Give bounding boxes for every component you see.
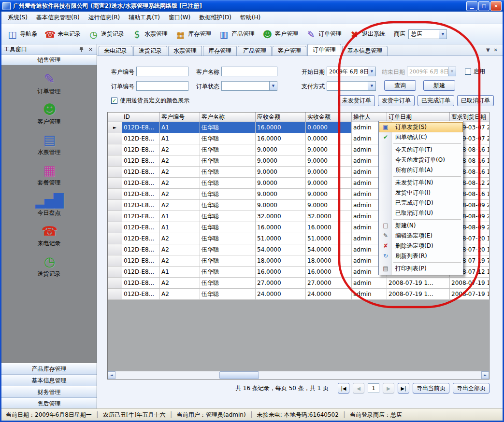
tab[interactable]: 基本信息管理: [342, 46, 388, 56]
end-date-picker[interactable]: 2009年 6月 8日▼: [407, 67, 456, 76]
menu-item[interactable]: 窗口(W): [164, 12, 195, 24]
order-status-filter-button[interactable]: 已取消订单: [457, 95, 494, 106]
context-menu-item[interactable]: 今天的发货订单(O): [379, 155, 463, 165]
table-row[interactable]: 012D-E8... A2 伍华聪 27.0000 27.0000 admin …: [108, 278, 489, 289]
pay-method-select[interactable]: ▼: [327, 81, 376, 91]
order-status-select[interactable]: ▼: [221, 81, 277, 91]
column-header[interactable]: 客户名称: [200, 113, 256, 122]
chevron-down-icon[interactable]: ▼: [439, 30, 446, 39]
context-menu-item[interactable]: 未发货订单(N): [379, 178, 463, 188]
tab-close-icon[interactable]: ✕: [494, 47, 498, 53]
sidebar-item[interactable]: ✎ 订单管理: [1, 71, 97, 96]
enable-end-date-checkbox[interactable]: 启用: [465, 68, 485, 75]
context-menu-item[interactable]: □ 新建(N): [379, 221, 463, 231]
last-page-button[interactable]: ▶|: [398, 383, 409, 394]
sidebar-group-bar[interactable]: 售后管理: [1, 398, 97, 409]
tab[interactable]: 水票管理: [168, 46, 202, 56]
order-status-filter-button[interactable]: 未发货订单: [338, 95, 375, 106]
export-all-pages-button[interactable]: 导出全部页: [453, 383, 490, 394]
next-page-button[interactable]: ▶: [383, 383, 394, 394]
sidebar-group-bar[interactable]: 基本信息管理: [1, 375, 97, 386]
sidebar-item[interactable]: ▂▅█ 今日盘点: [1, 193, 97, 217]
checkbox-box[interactable]: ✓: [111, 98, 117, 104]
checkbox-box[interactable]: [465, 69, 471, 75]
store-select[interactable]: 总店 ▼: [408, 29, 447, 39]
sidebar-group-bar[interactable]: 产品库存管理: [1, 363, 97, 375]
chevron-down-icon[interactable]: ▼: [368, 82, 375, 90]
sidebar-item[interactable]: ▦ 套餐管理: [1, 162, 97, 187]
context-menu-item[interactable]: ✔ 回单确认(C): [379, 132, 463, 142]
column-header[interactable]: 应收金额: [256, 113, 306, 122]
sidebar-section-header[interactable]: 销售管理: [1, 55, 97, 65]
tab[interactable]: 库存管理: [203, 46, 237, 56]
chevron-down-icon[interactable]: ▼: [368, 67, 375, 76]
scrollbar-track[interactable]: [115, 371, 481, 379]
start-date-picker[interactable]: 2009年 6月 8日▼: [327, 67, 376, 76]
menu-item[interactable]: 辅助工具(T): [124, 12, 164, 24]
sidebar-item[interactable]: ☻ 客户管理: [1, 101, 97, 126]
horizontal-scrollbar[interactable]: ◄ ►: [108, 371, 489, 379]
first-page-button[interactable]: |◀: [338, 383, 349, 394]
tab-list-dropdown-icon[interactable]: ▼: [486, 47, 490, 53]
sidebar-item[interactable]: ▤ 水票管理: [1, 132, 97, 156]
context-menu-item[interactable]: 所有的订单(A): [379, 165, 463, 175]
scrollbar-thumb[interactable]: [219, 371, 259, 379]
context-menu-item[interactable]: ▣ 订单发货(S): [379, 122, 463, 132]
minimize-button[interactable]: ▁: [466, 1, 477, 11]
sidebar-item[interactable]: ◷ 送货记录: [1, 253, 97, 278]
context-menu-item[interactable]: ▤ 打印列表(P): [379, 264, 463, 274]
close-button[interactable]: ✕: [490, 1, 502, 11]
new-button[interactable]: 新建: [423, 80, 455, 91]
chevron-down-icon[interactable]: ▼: [448, 67, 456, 76]
context-menu-item[interactable]: ✘ 删除选定项(D): [379, 241, 463, 251]
toolbar-button[interactable]: ◫◫ 导航条: [3, 27, 40, 42]
customer-name-input[interactable]: [221, 67, 277, 76]
toolbar-button[interactable]: ✎✎ 订单管理: [302, 27, 345, 42]
query-button[interactable]: 查询: [384, 80, 416, 91]
sidebar-group-bar[interactable]: 财务管理: [1, 386, 97, 398]
menu-item[interactable]: 基本信息管理(B): [32, 12, 84, 24]
pin-icon[interactable]: [78, 47, 85, 53]
menu-item[interactable]: 帮助(H): [236, 12, 265, 24]
menu-item[interactable]: 数据维护(D): [195, 12, 236, 24]
toolbar-button[interactable]: $$ 水票管理: [128, 27, 171, 42]
context-menu-item[interactable]: ✎ 编辑选定项(E): [379, 231, 463, 241]
order-status-filter-button[interactable]: 已完成订单: [418, 95, 454, 106]
scroll-right-icon[interactable]: ►: [481, 371, 489, 379]
tab[interactable]: 产品管理: [238, 46, 272, 56]
order-status-filter-button[interactable]: 发货中订单: [378, 95, 415, 106]
toolbar-button[interactable]: ▥▥ 产品管理: [215, 27, 258, 42]
sidebar-item[interactable]: ☎ 来电记录: [1, 223, 97, 248]
toolbar-button[interactable]: ◷◷ 送货记录: [85, 27, 127, 42]
toolbar-button[interactable]: ▦▦ 库存管理: [172, 27, 214, 42]
tab[interactable]: 来电记录: [99, 46, 132, 56]
sidebar-close-icon[interactable]: ✕: [87, 47, 94, 52]
order-code-input[interactable]: [136, 81, 188, 91]
customer-code-input[interactable]: [136, 67, 188, 76]
column-header[interactable]: ID: [122, 113, 160, 122]
context-menu-item[interactable]: 已完成订单(D): [379, 198, 463, 208]
export-current-page-button[interactable]: 导出当前页: [413, 383, 449, 394]
toolbar-button[interactable]: ✖✖ 退出系统: [346, 27, 388, 42]
menu-item[interactable]: 运行信息(R): [84, 12, 125, 24]
context-menu-item[interactable]: 发货中订单(I): [379, 188, 463, 198]
toolbar-button[interactable]: ☎☎ 来电记录: [41, 27, 84, 42]
maximize-button[interactable]: □: [478, 1, 490, 11]
toolbar-button[interactable]: ☻☻ 客户管理: [259, 27, 301, 42]
use-courier-color-checkbox[interactable]: ✓ 使用送货员定义的颜色展示: [111, 97, 189, 104]
table-row[interactable]: 012D-E8... A2 伍华聪 24.0000 24.0000 admin …: [108, 289, 489, 300]
scroll-left-icon[interactable]: ◄: [108, 371, 115, 379]
column-header[interactable]: 实收金额: [306, 113, 352, 122]
menu-item[interactable]: 系统(S): [3, 12, 32, 24]
tab[interactable]: 订单管理: [307, 44, 341, 56]
prev-page-button[interactable]: ◀: [353, 383, 364, 394]
context-menu-item[interactable]: ↻ 刷新列表(R): [379, 251, 463, 261]
context-menu-item[interactable]: 今天的订单(T): [379, 145, 463, 155]
titlebar[interactable]: 广州爱奇迪软件科技有限公司 (商宜2)送水/水票管理系统网络版 [已注册] ▁ …: [0, 0, 504, 12]
context-menu-item[interactable]: 已取消订单(U): [379, 208, 463, 218]
page-number-input[interactable]: 1: [368, 383, 379, 393]
column-header[interactable]: 客户编号: [160, 113, 200, 122]
tab[interactable]: 客户管理: [273, 46, 306, 56]
chevron-down-icon[interactable]: ▼: [269, 82, 277, 90]
tab[interactable]: 送货记录: [133, 46, 167, 56]
